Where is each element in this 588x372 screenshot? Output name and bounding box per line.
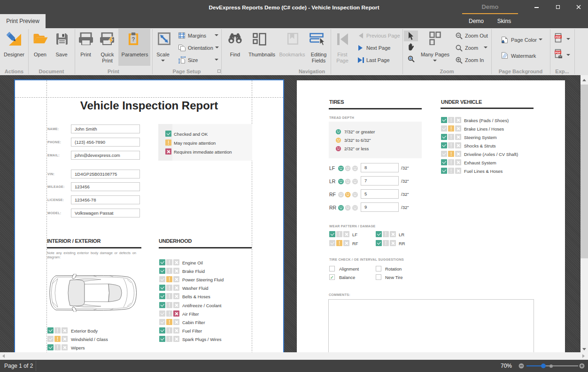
svg-text:PDF: PDF — [555, 51, 561, 54]
svg-text:?: ? — [132, 36, 135, 43]
svg-text:PDF: PDF — [556, 36, 561, 39]
